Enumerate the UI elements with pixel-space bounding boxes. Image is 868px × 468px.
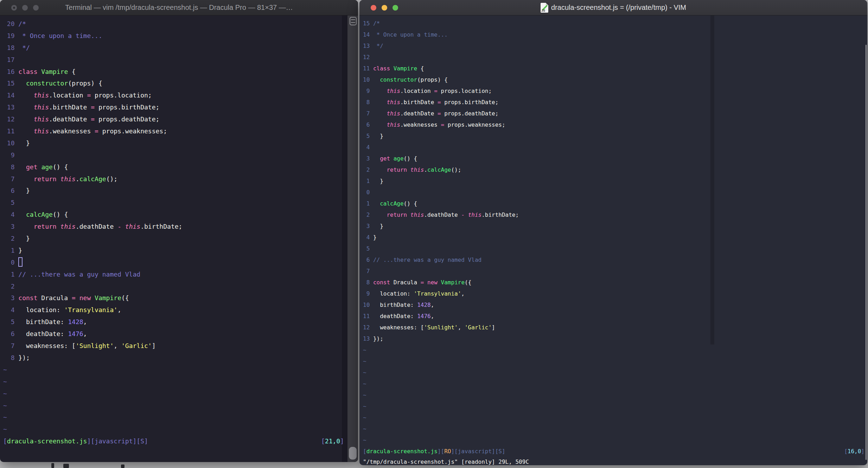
- empty-buffer-line: ~: [363, 401, 867, 412]
- code-token: ]: [861, 448, 864, 455]
- vim-cursor: [18, 257, 23, 267]
- code-token: 'Transylvania': [414, 290, 461, 297]
- code-token: =: [438, 99, 441, 106]
- line-number: 16: [3, 66, 15, 78]
- code-token: return: [34, 223, 57, 230]
- code-line: 14 this.location = props.location;: [3, 89, 358, 101]
- empty-buffer-line: ~: [363, 356, 867, 367]
- code-token: .deathDate: [76, 223, 117, 230]
- code-token: });: [18, 354, 30, 361]
- code-token: new: [79, 294, 91, 302]
- minimize-button-icon[interactable]: [22, 5, 28, 11]
- code-token: this: [410, 166, 424, 173]
- code-token: ,: [83, 318, 87, 325]
- code-token: ][: [451, 448, 458, 455]
- macvim-titlebar[interactable]: JS dracula-screenshot.js = (/private/tmp…: [359, 0, 867, 15]
- code-token: props.location;: [438, 88, 492, 94]
- code-line: 5 birthDate: 1428,: [3, 316, 358, 328]
- edited-dot-icon: [13, 7, 15, 9]
- vim-buffer-right[interactable]: 15/*14 * Once upon a time...13 */1211cla…: [359, 15, 867, 446]
- terminal-content[interactable]: 20/*19 * Once upon a time...18 */1716cla…: [0, 15, 358, 462]
- code-token: ();: [451, 166, 461, 173]
- code-token: ,: [83, 330, 87, 337]
- code-token: =: [95, 127, 98, 135]
- empty-buffer-line: ~: [363, 378, 867, 390]
- macvim-scrollbar[interactable]: [866, 45, 867, 460]
- code-token: this: [125, 223, 140, 230]
- code-token: [373, 99, 387, 106]
- code-token: Vampire: [394, 65, 417, 72]
- code-token: }: [373, 133, 383, 139]
- code-token: this: [34, 91, 49, 99]
- split-pane-button[interactable]: [350, 17, 357, 25]
- code-token: });: [373, 335, 383, 342]
- terminal-scrollbar-thumb[interactable]: [349, 447, 357, 460]
- minimize-button-icon[interactable]: [382, 5, 387, 11]
- code-token: [373, 76, 380, 83]
- terminal-scrollbar-track[interactable]: [347, 15, 358, 462]
- code-token: const: [18, 294, 37, 302]
- line-number: 8: [3, 161, 15, 173]
- line-number: 2: [363, 164, 370, 176]
- zoom-button-icon[interactable]: [392, 5, 398, 11]
- code-token: location:: [18, 306, 64, 314]
- code-line: 0: [363, 187, 867, 198]
- line-number: 7: [3, 173, 15, 185]
- macvim-content[interactable]: 15/*14 * Once upon a time...13 */1211cla…: [359, 15, 867, 465]
- line-number: 10: [363, 74, 370, 86]
- code-token: [18, 115, 33, 123]
- close-button-icon[interactable]: [11, 5, 17, 11]
- line-number: 0: [3, 257, 15, 268]
- code-line: 8});: [3, 352, 358, 364]
- code-token: -: [461, 211, 465, 218]
- code-line: 11class Vampire {: [363, 63, 867, 74]
- code-token: // ...there was a guy named Vlad: [18, 271, 140, 278]
- code-line: 19 * Once upon a time...: [3, 30, 358, 42]
- javascript-file-icon: JS: [541, 3, 548, 13]
- code-token: props.location;: [91, 91, 152, 99]
- code-token: 'Sunlight': [424, 324, 458, 331]
- empty-buffer-line: ~: [3, 423, 358, 435]
- code-token: .birthDate: [49, 103, 91, 111]
- code-token: [407, 211, 410, 218]
- line-number: 2: [363, 209, 370, 221]
- code-line: 1}: [3, 245, 358, 257]
- code-token: this: [387, 121, 400, 128]
- vim-buffer-left[interactable]: 20/*19 * Once upon a time...18 */1716cla…: [0, 15, 358, 435]
- line-number: 9: [363, 288, 370, 299]
- code-token: [: [844, 448, 848, 455]
- code-token: [57, 223, 60, 230]
- code-token: class: [373, 65, 390, 72]
- code-line: 7: [363, 266, 867, 277]
- code-token: }: [18, 139, 30, 147]
- code-token: dracula-screenshot.js: [7, 437, 87, 445]
- line-number: 11: [363, 311, 370, 322]
- code-token: this: [60, 175, 76, 183]
- code-token: constructor: [380, 76, 417, 83]
- statusline-file-info: [dracula-screenshot.js][javascript][S]: [3, 435, 148, 447]
- code-token: ]: [340, 437, 344, 445]
- code-token: weaknesses: [: [18, 342, 76, 349]
- code-line: 12 this.deathDate = props.deathDate;: [3, 113, 358, 125]
- code-token: ,: [117, 306, 121, 314]
- code-line: 6 deathDate: 1476,: [3, 328, 358, 340]
- code-token: S: [140, 437, 144, 445]
- close-button-icon[interactable]: [371, 5, 376, 11]
- code-token: // ...there was a guy named Vlad: [373, 257, 481, 263]
- code-token: [390, 155, 394, 162]
- code-line: 3 get age() {: [363, 153, 867, 164]
- code-token: this: [34, 127, 49, 135]
- code-token: 21,0: [325, 437, 340, 445]
- zoom-button-icon[interactable]: [33, 5, 39, 11]
- code-line: 9 location: 'Transylvania',: [363, 288, 867, 299]
- code-token: Vampire: [441, 279, 465, 286]
- code-token: Vampire: [41, 68, 68, 75]
- code-token: ][: [492, 448, 498, 455]
- code-line: 10 constructor(props) {: [363, 74, 867, 86]
- background-window-text-fragment: [121, 464, 125, 468]
- code-token: /*: [18, 20, 26, 27]
- code-line: 6// ...there was a guy named Vlad: [363, 254, 867, 266]
- background-window-text-fragment: [51, 463, 54, 468]
- code-line: 17: [3, 54, 358, 66]
- terminal-titlebar[interactable]: Terminal — vim /tmp/dracula-screenshot.j…: [0, 0, 358, 15]
